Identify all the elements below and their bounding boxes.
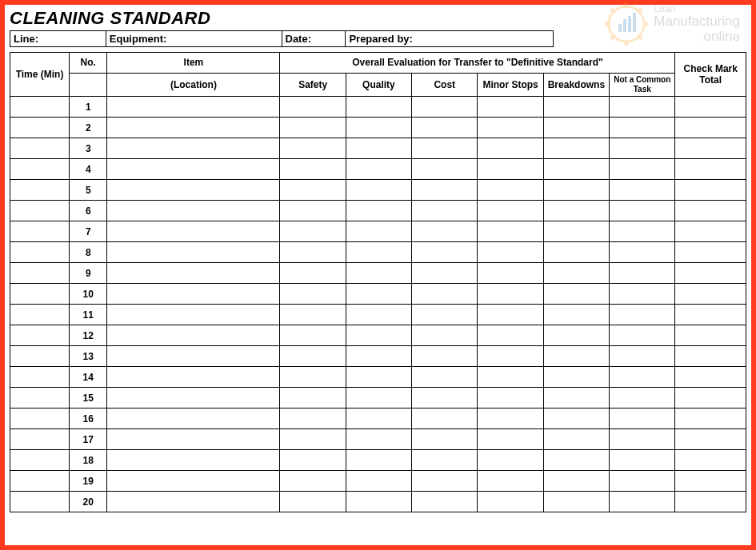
- cell-eval[interactable]: [412, 242, 478, 263]
- cell-item[interactable]: [107, 118, 280, 138]
- cell-eval[interactable]: [543, 201, 609, 221]
- cell-check-total[interactable]: [675, 367, 746, 388]
- cell-check-total[interactable]: [675, 409, 746, 429]
- cell-eval[interactable]: [412, 284, 478, 305]
- cell-eval[interactable]: [543, 263, 609, 284]
- cell-eval[interactable]: [543, 180, 609, 201]
- cell-eval[interactable]: [543, 409, 609, 429]
- cell-eval[interactable]: [346, 138, 411, 159]
- cell-eval[interactable]: [346, 201, 411, 221]
- cell-eval[interactable]: [412, 409, 478, 429]
- cell-eval[interactable]: [543, 325, 609, 346]
- cell-eval[interactable]: [543, 284, 609, 305]
- cell-eval[interactable]: [412, 201, 478, 221]
- cell-time[interactable]: [10, 471, 70, 492]
- cell-eval[interactable]: [610, 492, 675, 512]
- cell-eval[interactable]: [346, 305, 411, 325]
- cell-item[interactable]: [107, 201, 280, 221]
- cell-time[interactable]: [10, 201, 70, 221]
- cell-eval[interactable]: [346, 180, 411, 201]
- cell-item[interactable]: [107, 284, 280, 305]
- cell-eval[interactable]: [478, 242, 543, 263]
- cell-eval[interactable]: [280, 138, 346, 159]
- cell-eval[interactable]: [412, 221, 478, 242]
- cell-check-total[interactable]: [675, 159, 746, 180]
- cell-eval[interactable]: [280, 263, 346, 284]
- cell-eval[interactable]: [412, 367, 478, 388]
- cell-eval[interactable]: [478, 305, 543, 325]
- cell-eval[interactable]: [610, 221, 675, 242]
- cell-eval[interactable]: [543, 305, 609, 325]
- cell-eval[interactable]: [280, 201, 346, 221]
- cell-time[interactable]: [10, 305, 70, 325]
- cell-check-total[interactable]: [675, 429, 746, 450]
- cell-check-total[interactable]: [675, 305, 746, 325]
- cell-eval[interactable]: [610, 471, 675, 492]
- cell-item[interactable]: [107, 492, 280, 512]
- cell-eval[interactable]: [412, 492, 478, 512]
- cell-eval[interactable]: [478, 263, 543, 284]
- cell-time[interactable]: [10, 138, 70, 159]
- cell-eval[interactable]: [346, 263, 411, 284]
- cell-eval[interactable]: [280, 471, 346, 492]
- cell-eval[interactable]: [280, 97, 346, 118]
- cell-eval[interactable]: [478, 138, 543, 159]
- cell-eval[interactable]: [478, 450, 543, 471]
- cell-check-total[interactable]: [675, 221, 746, 242]
- cell-eval[interactable]: [346, 284, 411, 305]
- cell-eval[interactable]: [346, 325, 411, 346]
- cell-eval[interactable]: [610, 118, 675, 138]
- cell-item[interactable]: [107, 221, 280, 242]
- cell-eval[interactable]: [346, 409, 411, 429]
- cell-eval[interactable]: [478, 201, 543, 221]
- cell-eval[interactable]: [412, 180, 478, 201]
- cell-check-total[interactable]: [675, 450, 746, 471]
- cell-item[interactable]: [107, 138, 280, 159]
- cell-eval[interactable]: [412, 97, 478, 118]
- cell-eval[interactable]: [280, 221, 346, 242]
- cell-time[interactable]: [10, 284, 70, 305]
- cell-eval[interactable]: [478, 388, 543, 409]
- cell-eval[interactable]: [543, 118, 609, 138]
- cell-check-total[interactable]: [675, 346, 746, 367]
- cell-eval[interactable]: [346, 159, 411, 180]
- cell-eval[interactable]: [478, 471, 543, 492]
- cell-eval[interactable]: [412, 471, 478, 492]
- cell-eval[interactable]: [412, 159, 478, 180]
- cell-time[interactable]: [10, 97, 70, 118]
- cell-eval[interactable]: [610, 138, 675, 159]
- cell-check-total[interactable]: [675, 263, 746, 284]
- cell-eval[interactable]: [280, 305, 346, 325]
- cell-eval[interactable]: [280, 429, 346, 450]
- cell-eval[interactable]: [346, 346, 411, 367]
- cell-time[interactable]: [10, 388, 70, 409]
- cell-check-total[interactable]: [675, 242, 746, 263]
- cell-eval[interactable]: [280, 284, 346, 305]
- cell-time[interactable]: [10, 450, 70, 471]
- cell-eval[interactable]: [346, 492, 411, 512]
- cell-time[interactable]: [10, 242, 70, 263]
- cell-eval[interactable]: [478, 97, 543, 118]
- cell-time[interactable]: [10, 221, 70, 242]
- cell-eval[interactable]: [610, 242, 675, 263]
- cell-eval[interactable]: [478, 492, 543, 512]
- cell-check-total[interactable]: [675, 201, 746, 221]
- cell-eval[interactable]: [280, 492, 346, 512]
- cell-eval[interactable]: [610, 346, 675, 367]
- cell-item[interactable]: [107, 346, 280, 367]
- cell-eval[interactable]: [478, 180, 543, 201]
- cell-eval[interactable]: [412, 429, 478, 450]
- cell-item[interactable]: [107, 450, 280, 471]
- cell-eval[interactable]: [280, 118, 346, 138]
- cell-eval[interactable]: [346, 118, 411, 138]
- cell-eval[interactable]: [543, 367, 609, 388]
- cell-eval[interactable]: [280, 180, 346, 201]
- cell-time[interactable]: [10, 325, 70, 346]
- cell-item[interactable]: [107, 388, 280, 409]
- cell-eval[interactable]: [610, 409, 675, 429]
- cell-item[interactable]: [107, 263, 280, 284]
- cell-item[interactable]: [107, 159, 280, 180]
- cell-eval[interactable]: [543, 97, 609, 118]
- cell-time[interactable]: [10, 409, 70, 429]
- cell-item[interactable]: [107, 325, 280, 346]
